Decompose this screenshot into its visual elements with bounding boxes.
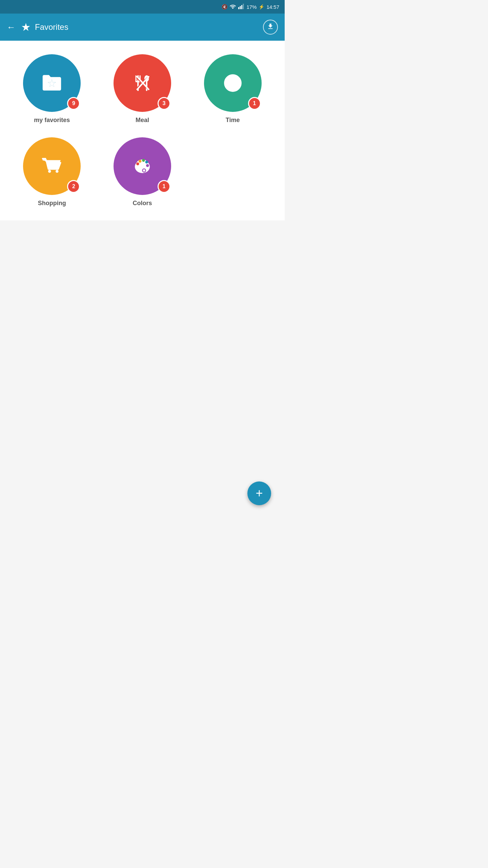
colors-badge: 1	[158, 180, 170, 193]
time-circle-wrapper: 1	[204, 54, 262, 112]
svg-point-29	[139, 160, 142, 163]
meal-label: Meal	[136, 117, 149, 124]
svg-point-31	[145, 161, 148, 164]
time-text: 14:57	[266, 4, 279, 10]
shopping-badge: 2	[67, 180, 80, 193]
colors-circle-wrapper: 1	[114, 137, 171, 195]
page-title: Favorites	[35, 22, 68, 32]
palette-icon	[131, 155, 154, 178]
categories-grid: 9 my favorites	[0, 41, 285, 220]
back-button[interactable]: ←	[7, 22, 16, 33]
mute-icon: 🔇	[222, 4, 227, 9]
svg-point-19	[232, 82, 233, 84]
app-bar: ← ★ Favorites	[0, 14, 285, 41]
battery-text: 17%	[246, 4, 257, 10]
shopping-circle-wrapper: 2	[23, 137, 81, 195]
svg-point-28	[136, 162, 139, 165]
svg-point-20	[48, 170, 51, 173]
app-bar-left: ← ★ Favorites	[7, 21, 68, 34]
svg-rect-0	[238, 7, 239, 9]
signal-icon	[238, 4, 244, 10]
category-my-favorites[interactable]: 9 my favorites	[10, 54, 94, 124]
favorites-star-icon: ★	[21, 21, 31, 34]
category-time[interactable]: 1 Time	[191, 54, 274, 124]
cart-icon	[40, 155, 63, 178]
status-icons: 🔇 17% ⚡ 14:57	[222, 4, 279, 10]
category-shopping[interactable]: 2 Shopping	[10, 137, 94, 207]
folder-star-icon	[40, 72, 63, 95]
meal-circle-wrapper: 3	[114, 54, 171, 112]
colors-label: Colors	[133, 200, 152, 207]
svg-rect-2	[241, 5, 242, 9]
time-badge: 1	[248, 97, 261, 110]
svg-rect-3	[243, 4, 244, 9]
shopping-label: Shopping	[38, 200, 66, 207]
my-favorites-circle-wrapper: 9	[23, 54, 81, 112]
clock-icon	[221, 72, 244, 95]
category-colors[interactable]: 1 Colors	[101, 137, 184, 207]
download-icon	[267, 23, 274, 32]
svg-rect-1	[240, 6, 241, 9]
meal-badge: 3	[158, 97, 170, 110]
svg-point-32	[146, 164, 149, 167]
fork-spoon-icon	[131, 72, 154, 95]
status-bar: 🔇 17% ⚡ 14:57	[0, 0, 285, 14]
app-bar-title-group: ★ Favorites	[21, 21, 68, 34]
svg-point-30	[142, 159, 145, 162]
wifi-icon	[229, 4, 236, 10]
time-label: Time	[226, 117, 240, 124]
svg-point-21	[56, 170, 59, 173]
download-button[interactable]	[263, 20, 278, 35]
battery-icon: ⚡	[259, 4, 264, 9]
my-favorites-badge: 9	[67, 97, 80, 110]
svg-point-27	[143, 169, 145, 172]
my-favorites-label: my favorites	[34, 117, 70, 124]
add-fab-button[interactable]: +	[247, 481, 271, 505]
category-meal[interactable]: 3 Meal	[101, 54, 184, 124]
add-icon: +	[256, 487, 263, 499]
